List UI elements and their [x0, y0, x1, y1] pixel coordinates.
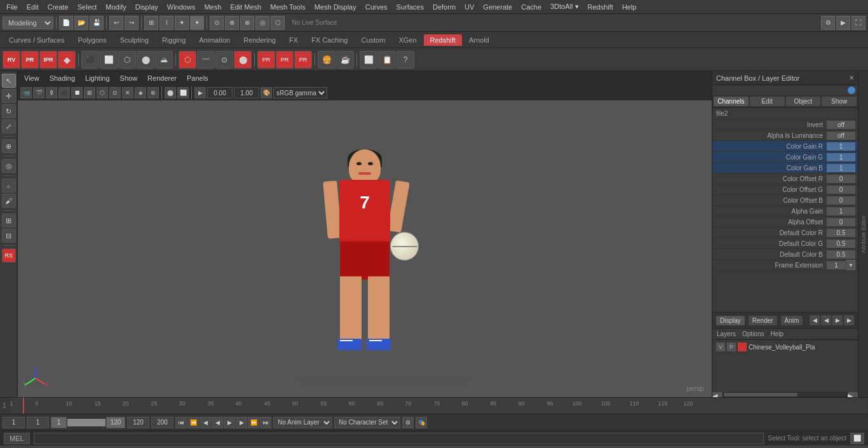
viewport-menu-panels[interactable]: Panels: [184, 74, 211, 82]
layer-tab-anim[interactable]: Anim: [781, 316, 803, 325]
h-scrollbar[interactable]: ◀ ▶: [712, 392, 858, 397]
cb-tab-object[interactable]: Object: [786, 97, 821, 106]
ch-val-alpha-gain[interactable]: [827, 207, 855, 215]
food-btn-1[interactable]: 🍔: [318, 51, 336, 69]
vc-iso-btn[interactable]: ⊛: [147, 87, 159, 98]
undo-btn[interactable]: ↩: [109, 16, 123, 30]
lasso-select-btn[interactable]: ⬦: [2, 179, 16, 193]
play-back-btn[interactable]: ◀: [212, 417, 223, 428]
ch-val-dc-r[interactable]: [827, 229, 855, 237]
layer-menu-layers[interactable]: Layers: [715, 330, 738, 338]
menu-select[interactable]: Select: [74, 2, 101, 12]
viewport-menu-lighting[interactable]: Lighting: [83, 74, 112, 82]
vc-shade-btn[interactable]: ⊙: [109, 87, 121, 98]
menu-edit[interactable]: Edit: [23, 2, 43, 12]
vc-render1-btn[interactable]: ▶: [194, 87, 206, 98]
open-scene-btn[interactable]: 📂: [74, 16, 88, 30]
workspace-selector[interactable]: Modeling: [3, 17, 53, 29]
ch-val-cg-b[interactable]: [827, 164, 855, 172]
paint-select-btn[interactable]: 🖌: [2, 194, 16, 208]
rs-special-btn[interactable]: RS: [2, 248, 16, 262]
menu-3dtoall[interactable]: 3DtoAll ▾: [546, 1, 583, 12]
vc-obj-btn[interactable]: 🔲: [71, 87, 83, 98]
cb-tab-edit[interactable]: Edit: [750, 97, 785, 106]
tab-fx[interactable]: FX: [283, 34, 304, 46]
ch-val-alpha-offset[interactable]: [827, 218, 855, 226]
menu-windows[interactable]: Windows: [163, 2, 200, 12]
vc-res-btn[interactable]: ⬛: [58, 87, 70, 98]
mel-label[interactable]: MEL: [4, 433, 30, 444]
misc-btn-1[interactable]: ⬜: [360, 51, 377, 69]
h-scroll-left[interactable]: ◀: [712, 392, 722, 397]
vc-cam-btn[interactable]: 📹: [20, 87, 32, 98]
range-end-input[interactable]: [106, 417, 125, 428]
layer-visibility-v[interactable]: V: [716, 343, 725, 351]
menu-curves[interactable]: Curves: [362, 2, 391, 12]
pr-btn-3[interactable]: PR: [294, 51, 312, 69]
render-settings-btn[interactable]: ⚙: [821, 16, 835, 30]
rotate-tool-btn[interactable]: ↻: [2, 104, 16, 118]
menu-generate[interactable]: Generate: [479, 2, 516, 12]
command-line-input[interactable]: [34, 433, 764, 444]
ch-val-color-gain-r[interactable]: [827, 142, 855, 151]
snap-curve-btn[interactable]: ⌇: [159, 16, 173, 30]
tab-polygons[interactable]: Polygons: [71, 34, 112, 46]
rs-btn-1[interactable]: RV: [3, 51, 20, 69]
char-set-btn[interactable]: 🎭: [416, 417, 427, 428]
snap-toggle-btn[interactable]: ⊞: [2, 214, 16, 227]
vc-sel-btn[interactable]: ◈: [135, 87, 146, 98]
layer-menu-options[interactable]: Options: [740, 330, 766, 338]
tab-curves-surfaces[interactable]: Curves / Surfaces: [3, 34, 71, 46]
tab-sculpting[interactable]: Sculpting: [114, 34, 155, 46]
sym-btn[interactable]: ⊗: [240, 16, 254, 30]
move-tool-btn[interactable]: ✛: [2, 89, 16, 103]
color-space-icon[interactable]: 🎨: [261, 87, 272, 98]
menu-surfaces[interactable]: Surfaces: [393, 2, 428, 12]
viewport-menu-shading[interactable]: Shading: [47, 74, 78, 82]
anim-settings-btn[interactable]: ⚙: [402, 417, 414, 428]
snap-grid-btn[interactable]: ⊞: [144, 16, 158, 30]
new-scene-btn[interactable]: 📄: [59, 16, 73, 30]
save-scene-btn[interactable]: 💾: [90, 16, 104, 30]
shape-btn-4[interactable]: ⬤: [137, 51, 154, 69]
layer-icon-4[interactable]: ▶: [844, 315, 854, 325]
rs-btn-4[interactable]: ◆: [58, 51, 76, 69]
render-btn[interactable]: ▶: [836, 16, 850, 30]
ch-val-dc-b[interactable]: [827, 250, 855, 259]
tool-btn-3[interactable]: ⊙: [215, 51, 233, 69]
attribute-editor-side-tab[interactable]: Attribute Editor: [858, 71, 868, 397]
vc-more1-btn[interactable]: ⬤: [165, 87, 176, 98]
next-frame-btn[interactable]: ▶: [236, 417, 247, 428]
no-char-set-select[interactable]: No Character Set: [334, 417, 400, 428]
pr-btn-1[interactable]: PR: [257, 51, 275, 69]
tab-rendering[interactable]: Rendering: [237, 34, 282, 46]
ch-val-invert[interactable]: [827, 121, 855, 129]
viewport-menu-view[interactable]: View: [22, 74, 42, 82]
layer-tab-display[interactable]: Display: [716, 316, 745, 325]
cb-tab-channels[interactable]: Channels: [714, 97, 749, 106]
shape-btn-2[interactable]: ⬜: [100, 51, 118, 69]
tab-arnold[interactable]: Arnold: [463, 34, 496, 46]
layer-icon-1[interactable]: ◀: [810, 315, 820, 325]
ch-val-co-b[interactable]: [827, 196, 855, 205]
lasso-btn[interactable]: ⊙: [210, 16, 224, 30]
food-btn-2[interactable]: ☕: [336, 51, 354, 69]
ch-val-co-g[interactable]: [827, 186, 855, 194]
redo-btn[interactable]: ↪: [125, 16, 139, 30]
select-tool-btn[interactable]: ↖: [2, 74, 16, 88]
tab-rigging[interactable]: Rigging: [156, 34, 192, 46]
menu-display[interactable]: Display: [132, 2, 162, 12]
no-anim-layer-select[interactable]: No Anim Layer: [273, 417, 332, 428]
timeline-ruler[interactable]: 1 5 10 15 20 25 30 35 40 45 50 55 60 65 …: [10, 398, 867, 414]
layer-icon-2[interactable]: ◀: [821, 315, 831, 325]
color-space-select[interactable]: sRGB gamma: [273, 87, 327, 98]
menu-file[interactable]: File: [3, 2, 22, 12]
timeline-playhead[interactable]: [23, 398, 24, 414]
go-end-btn[interactable]: ⏭: [260, 417, 271, 428]
max-frame-input[interactable]: [151, 417, 173, 428]
tool-btn-4[interactable]: ⬤: [234, 51, 252, 69]
ch-val-frame-ext[interactable]: [827, 261, 846, 269]
tab-custom[interactable]: Custom: [355, 34, 392, 46]
prev-frame-btn[interactable]: ◀: [200, 417, 211, 428]
shape-btn-1[interactable]: ⬛: [81, 51, 99, 69]
